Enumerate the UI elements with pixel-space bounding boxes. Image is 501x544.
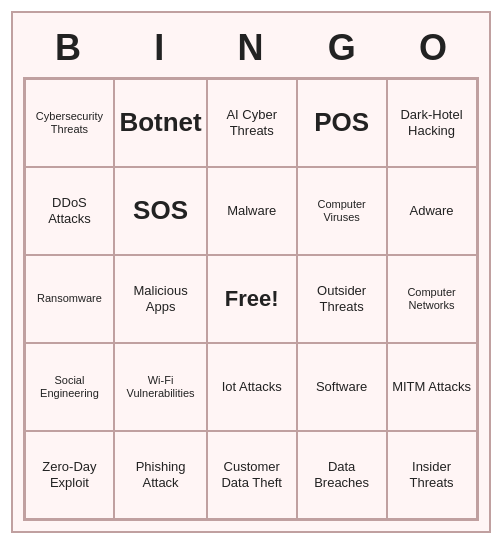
header-i: I [114,23,205,73]
bingo-cell-5: DDoS Attacks [25,167,115,255]
bingo-cell-8: Computer Viruses [297,167,387,255]
header-o: O [387,23,478,73]
bingo-cell-2: AI Cyber Threats [207,79,297,167]
bingo-cell-6: SOS [114,167,206,255]
header-g: G [296,23,387,73]
bingo-cell-21: Phishing Attack [114,431,206,519]
bingo-cell-18: Software [297,343,387,431]
bingo-cell-20: Zero-Day Exploit [25,431,115,519]
bingo-header: B I N G O [23,23,479,73]
bingo-cell-10: Ransomware [25,255,115,343]
bingo-cell-23: Data Breaches [297,431,387,519]
bingo-card: B I N G O Cybersecurity ThreatsBotnetAI … [11,11,491,533]
bingo-cell-1: Botnet [114,79,206,167]
bingo-cell-9: Adware [387,167,477,255]
bingo-cell-22: Customer Data Theft [207,431,297,519]
bingo-cell-16: Wi-Fi Vulnerabilities [114,343,206,431]
bingo-cell-17: Iot Attacks [207,343,297,431]
bingo-cell-7: Malware [207,167,297,255]
bingo-cell-12: Free! [207,255,297,343]
bingo-cell-14: Computer Networks [387,255,477,343]
bingo-grid: Cybersecurity ThreatsBotnetAI Cyber Thre… [23,77,479,521]
bingo-cell-19: MITM Attacks [387,343,477,431]
bingo-cell-3: POS [297,79,387,167]
bingo-cell-24: Insider Threats [387,431,477,519]
header-n: N [205,23,296,73]
bingo-cell-4: Dark-Hotel Hacking [387,79,477,167]
header-b: B [23,23,114,73]
bingo-cell-11: Malicious Apps [114,255,206,343]
bingo-cell-0: Cybersecurity Threats [25,79,115,167]
bingo-cell-13: Outsider Threats [297,255,387,343]
bingo-cell-15: Social Engineering [25,343,115,431]
